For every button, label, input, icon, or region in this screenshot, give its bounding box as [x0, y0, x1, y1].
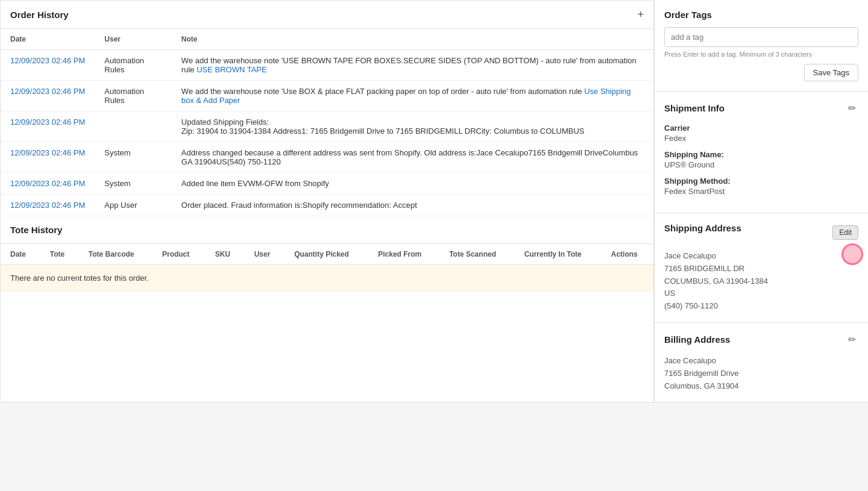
tote-col-header: Tote Barcode	[79, 244, 153, 265]
table-row: 12/09/2023 02:46 PMSystemAddress changed…	[1, 142, 653, 173]
tote-col-header: SKU	[206, 244, 245, 265]
order-note-cell: Order placed. Fraud information is:Shopi…	[172, 195, 653, 216]
billing-address-title: Billing Address	[664, 334, 730, 345]
order-history-title: Order History	[10, 10, 69, 20]
order-user-cell	[95, 111, 172, 142]
tag-input[interactable]	[664, 27, 858, 47]
shipment-info-header: Shipment Info ✏	[664, 101, 858, 115]
order-note-cell: Added line item EVWM-OFW from Shopify	[172, 173, 653, 195]
carrier-label: Carrier	[664, 124, 858, 133]
shipping-name-field: Shipping Name: UPS® Ground	[664, 150, 858, 169]
tag-hint: Press Enter to add a tag. Minimum of 3 c…	[664, 51, 858, 58]
billing-address-header: Billing Address ✏	[664, 333, 858, 346]
shipping-address-phone: (540) 750-1120	[664, 300, 858, 313]
tote-history-header: Tote History	[1, 216, 653, 244]
col-note: Note	[172, 29, 653, 50]
shipping-address-edit-button[interactable]: Edit	[832, 225, 858, 240]
shipping-address-city: COLUMBUS, GA 31904-1384	[664, 275, 858, 288]
col-user: User	[95, 29, 172, 50]
order-date-cell: 12/09/2023 02:46 PM	[1, 173, 95, 195]
shipping-name-label: Shipping Name:	[664, 150, 858, 159]
tote-col-header: Actions	[602, 244, 653, 265]
shipping-address-name: Jace Cecalupo	[664, 250, 858, 263]
tote-col-header: Product	[153, 244, 206, 265]
shipping-name-value: UPS® Ground	[664, 160, 858, 169]
billing-address-city: Columbus, GA 31904	[664, 380, 858, 393]
shipping-method-value: Fedex SmartPost	[664, 187, 858, 196]
note-link[interactable]: Use Shipping box & Add Paper	[181, 87, 631, 105]
tote-history-table: DateToteTote BarcodeProductSKUUserQuanti…	[1, 244, 653, 292]
carrier-field: Carrier Fedex	[664, 124, 858, 143]
tote-col-header: Tote	[40, 244, 79, 265]
tote-history-title: Tote History	[10, 225, 62, 235]
order-user-cell: Automation Rules	[95, 50, 172, 81]
shipping-address-country: US	[664, 287, 858, 300]
order-user-cell: System	[95, 173, 172, 195]
billing-address-edit-icon[interactable]: ✏	[846, 333, 858, 346]
shipping-address-title: Shipping Address	[664, 223, 741, 233]
shipment-info-title: Shipment Info	[664, 103, 725, 113]
add-order-history-icon[interactable]: +	[637, 9, 644, 20]
billing-address-line1: 7165 Bridgemill Drive	[664, 367, 858, 380]
tote-empty-message: There are no current totes for this orde…	[10, 274, 149, 283]
table-row: 12/09/2023 02:46 PMApp UserOrder placed.…	[1, 195, 653, 216]
order-user-cell: System	[95, 142, 172, 173]
shipment-info-card: Shipment Info ✏ Carrier Fedex Shipping N…	[655, 92, 868, 213]
order-date-cell: 12/09/2023 02:46 PM	[1, 50, 95, 81]
tote-col-header: User	[245, 244, 285, 265]
order-user-cell: App User	[95, 195, 172, 216]
shipping-address-card: Shipping Address Edit Jace Cecalupo 7165…	[655, 213, 868, 323]
tote-col-header: Picked From	[368, 244, 439, 265]
order-note-cell: We add the warehouse note 'USE BROWN TAP…	[172, 50, 653, 81]
col-date: Date	[1, 29, 95, 50]
shipping-method-field: Shipping Method: Fedex SmartPost	[664, 177, 858, 196]
order-date-cell: 12/09/2023 02:46 PM	[1, 111, 95, 142]
order-tags-card: Order Tags Press Enter to add a tag. Min…	[655, 0, 868, 92]
shipment-info-edit-icon[interactable]: ✏	[846, 101, 858, 115]
order-date-cell: 12/09/2023 02:46 PM	[1, 195, 95, 216]
order-note-cell: We add the warehouse note 'Use BOX & pla…	[172, 81, 653, 111]
order-history-table: Date User Note 12/09/2023 02:46 PMAutoma…	[1, 29, 653, 216]
shipping-address-line1: 7165 BRIDGEMILL DR	[664, 263, 858, 275]
table-row: 12/09/2023 02:46 PMSystemAdded line item…	[1, 173, 653, 195]
tote-col-header: Tote Scanned	[439, 244, 514, 265]
table-row: 12/09/2023 02:46 PMUpdated Shipping Fiel…	[1, 111, 653, 142]
billing-address-card: Billing Address ✏ Jace Cecalupo 7165 Bri…	[655, 323, 868, 402]
order-note-cell: Address changed because a different addr…	[172, 142, 653, 173]
table-row: 12/09/2023 02:46 PMAutomation RulesWe ad…	[1, 81, 653, 111]
table-row: 12/09/2023 02:46 PMAutomation RulesWe ad…	[1, 50, 653, 81]
main-panel: Order History + Date User Note 12/09/202…	[0, 0, 654, 402]
carrier-value: Fedex	[664, 134, 858, 143]
tote-empty-row: There are no current totes for this orde…	[1, 265, 653, 292]
order-date-cell: 12/09/2023 02:46 PM	[1, 142, 95, 173]
order-date-cell: 12/09/2023 02:46 PM	[1, 81, 95, 111]
right-sidebar: Order Tags Press Enter to add a tag. Min…	[654, 0, 868, 402]
shipping-method-label: Shipping Method:	[664, 177, 858, 186]
tote-col-header: Currently In Tote	[515, 244, 602, 265]
note-link[interactable]: USE BROWN TAPE	[197, 65, 267, 74]
save-tags-button[interactable]: Save Tags	[804, 64, 858, 81]
billing-address-name: Jace Cecalupo	[664, 355, 858, 367]
tote-col-header: Quantity Picked	[285, 244, 368, 265]
order-tags-title: Order Tags	[664, 10, 858, 20]
order-history-header: Order History +	[1, 1, 653, 29]
tote-col-header: Date	[1, 244, 40, 265]
order-note-cell: Updated Shipping Fields:Zip: 31904 to 31…	[172, 111, 653, 142]
order-user-cell: Automation Rules	[95, 81, 172, 111]
